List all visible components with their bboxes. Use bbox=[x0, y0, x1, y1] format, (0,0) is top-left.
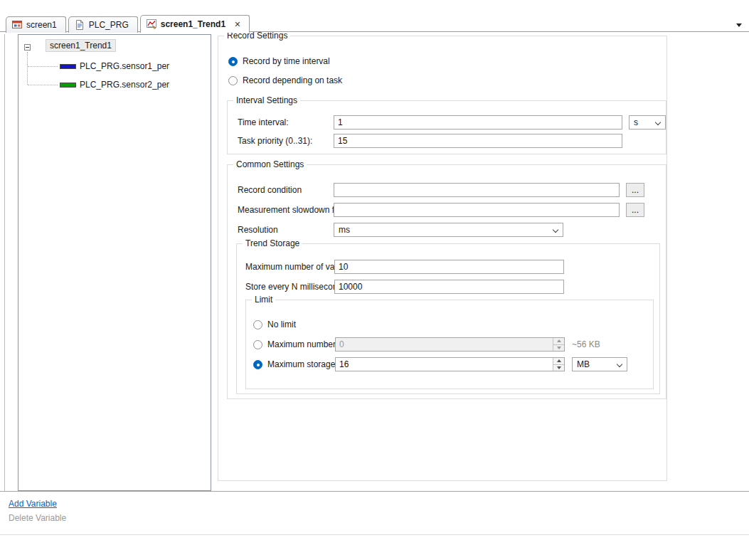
record-condition-label: Record condition bbox=[238, 183, 302, 197]
tree-item-trend-root[interactable]: screen1_Trend1 bbox=[46, 39, 116, 52]
chevron-down-icon bbox=[617, 361, 622, 367]
resolution-select[interactable]: ms bbox=[334, 223, 563, 237]
tree-collapse-icon[interactable] bbox=[24, 44, 31, 51]
close-tab-icon[interactable]: ✕ bbox=[234, 21, 240, 28]
spin-down-icon bbox=[553, 344, 564, 352]
max-storage-spinbox[interactable] bbox=[335, 357, 565, 371]
record-condition-browse-button[interactable]: ... bbox=[626, 183, 644, 197]
record-by-time-interval-option[interactable]: Record by time interval bbox=[228, 56, 330, 67]
trend-storage-group-title: Trend Storage bbox=[243, 238, 302, 248]
tab-label: screen1 bbox=[26, 20, 57, 30]
radio-label: No limit bbox=[267, 319, 296, 329]
editor-tab-bar: screen1 PLC_PRG bbox=[6, 15, 252, 33]
panel-edge-line bbox=[4, 34, 5, 491]
limit-group-title: Limit bbox=[252, 295, 275, 305]
record-condition-input[interactable] bbox=[334, 183, 620, 197]
tab-label: PLC_PRG bbox=[89, 20, 129, 30]
estimated-size-label: ~56 KB bbox=[572, 337, 600, 352]
sensor2-color-swatch bbox=[60, 83, 76, 88]
sensor1-color-swatch bbox=[60, 64, 76, 69]
trend-variable-tree: screen1_Trend1 PLC_PRG.sensor1_per PLC_P… bbox=[18, 34, 211, 491]
spin-down-icon[interactable] bbox=[553, 364, 564, 371]
tab-list-dropdown-icon[interactable] bbox=[735, 21, 743, 28]
pane-bottom-line bbox=[0, 534, 749, 535]
task-priority-input[interactable] bbox=[334, 134, 622, 148]
tree-item-sensor2[interactable]: PLC_PRG.sensor2_per bbox=[80, 78, 169, 92]
spinner-buttons[interactable] bbox=[553, 358, 564, 371]
radio-label: Record by time interval bbox=[243, 56, 330, 66]
combo-value: s bbox=[634, 117, 638, 127]
visualization-screen-icon bbox=[11, 19, 23, 31]
tree-connector-line bbox=[27, 52, 28, 85]
tree-connector-line bbox=[28, 85, 58, 85]
limit-group: Limit No limit Maximum number of records bbox=[245, 300, 654, 389]
max-storage-input[interactable] bbox=[336, 358, 564, 371]
radio-label: Record depending on task bbox=[243, 75, 342, 85]
delete-variable-link: Delete Variable bbox=[9, 513, 66, 523]
radio-max-storage[interactable] bbox=[253, 360, 262, 369]
tab-screen1[interactable]: screen1 bbox=[6, 16, 66, 33]
tree-item-sensor1[interactable]: PLC_PRG.sensor1_per bbox=[80, 59, 169, 73]
tab-screen1-trend1[interactable]: screen1_Trend1 ✕ bbox=[140, 15, 250, 33]
slowdown-factor-input[interactable] bbox=[334, 203, 620, 217]
common-settings-group-title: Common Settings bbox=[233, 159, 307, 169]
tree-connector-line bbox=[28, 66, 58, 67]
radio-record-depending-on-task[interactable] bbox=[228, 76, 238, 85]
store-every-label: Store every N milliseconds bbox=[245, 280, 346, 294]
time-interval-input[interactable] bbox=[334, 115, 622, 130]
add-variable-link[interactable]: Add Variable bbox=[9, 499, 57, 509]
footer-splitter-line bbox=[0, 491, 749, 492]
program-document-icon bbox=[74, 19, 85, 31]
trend-storage-group: Trend Storage Maximum number of variable… bbox=[236, 243, 660, 394]
time-interval-label: Time interval: bbox=[238, 115, 289, 130]
resolution-label: Resolution bbox=[238, 223, 278, 237]
interval-settings-group-title: Interval Settings bbox=[233, 95, 300, 105]
spin-up-icon bbox=[553, 338, 564, 344]
time-interval-unit-select[interactable]: s bbox=[629, 115, 666, 130]
radio-no-limit[interactable] bbox=[253, 320, 262, 329]
interval-settings-group: Interval Settings Time interval: s Task … bbox=[227, 100, 666, 154]
max-variables-input[interactable] bbox=[334, 260, 564, 274]
combo-value: ms bbox=[339, 225, 350, 235]
max-records-spinbox bbox=[335, 337, 565, 352]
record-settings-group: Record Settings Record by time interval … bbox=[218, 36, 667, 481]
tab-plc-prg[interactable]: PLC_PRG bbox=[68, 16, 138, 33]
common-settings-group: Common Settings Record condition ... Mea… bbox=[227, 164, 666, 399]
storage-unit-select[interactable]: MB bbox=[572, 357, 627, 371]
max-records-input bbox=[336, 338, 564, 351]
store-every-input[interactable] bbox=[334, 280, 564, 294]
radio-max-records[interactable] bbox=[253, 340, 262, 349]
spinner-buttons bbox=[553, 338, 564, 351]
chevron-down-icon bbox=[655, 120, 661, 125]
record-depending-on-task-option[interactable]: Record depending on task bbox=[228, 75, 342, 86]
tab-label: screen1_Trend1 bbox=[161, 19, 225, 29]
task-priority-label: Task priority (0..31): bbox=[238, 134, 312, 148]
trend-configuration-editor: screen1 PLC_PRG bbox=[0, 0, 749, 560]
no-limit-option[interactable]: No limit bbox=[253, 319, 296, 330]
trend-chart-icon bbox=[146, 19, 157, 30]
slowdown-factor-browse-button[interactable]: ... bbox=[626, 203, 644, 217]
spin-up-icon[interactable] bbox=[553, 358, 564, 364]
combo-value: MB bbox=[577, 359, 590, 369]
chevron-down-icon bbox=[553, 227, 558, 233]
radio-record-by-time-interval[interactable] bbox=[228, 57, 238, 66]
